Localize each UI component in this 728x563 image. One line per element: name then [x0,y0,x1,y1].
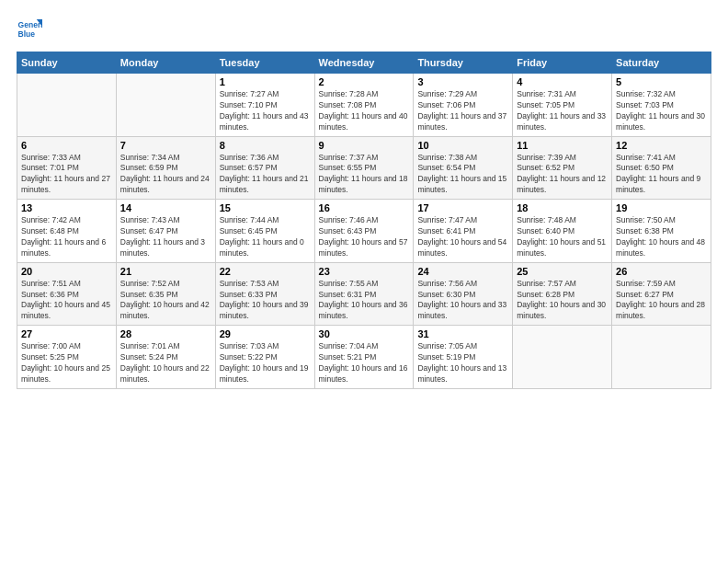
day-info: Sunrise: 7:37 AM Sunset: 6:55 PM Dayligh… [319,153,410,197]
calendar-day-cell: 14Sunrise: 7:43 AM Sunset: 6:47 PM Dayli… [116,200,215,263]
calendar-day-cell [116,74,215,137]
calendar-day-cell: 29Sunrise: 7:03 AM Sunset: 5:22 PM Dayli… [215,326,314,389]
day-number: 7 [120,140,211,151]
calendar-day-cell: 20Sunrise: 7:51 AM Sunset: 6:36 PM Dayli… [17,262,117,326]
calendar-day-cell: 4Sunrise: 7:31 AM Sunset: 7:05 PM Daylig… [513,74,612,137]
weekday-header: Tuesday [215,52,314,74]
calendar-day-cell: 16Sunrise: 7:46 AM Sunset: 6:43 PM Dayli… [314,200,414,263]
day-number: 30 [319,328,410,339]
calendar-day-cell: 21Sunrise: 7:52 AM Sunset: 6:35 PM Dayli… [116,262,215,326]
day-info: Sunrise: 7:47 AM Sunset: 6:41 PM Dayligh… [417,215,508,259]
day-info: Sunrise: 7:38 AM Sunset: 6:54 PM Dayligh… [417,153,508,197]
weekday-header: Sunday [17,52,117,74]
day-info: Sunrise: 7:42 AM Sunset: 6:48 PM Dayligh… [21,215,112,259]
day-number: 16 [319,202,410,213]
weekday-header: Saturday [612,52,711,74]
calendar-week-row: 1Sunrise: 7:27 AM Sunset: 7:10 PM Daylig… [17,74,711,137]
calendar-table: SundayMondayTuesdayWednesdayThursdayFrid… [17,52,711,389]
calendar-week-row: 13Sunrise: 7:42 AM Sunset: 6:48 PM Dayli… [17,200,711,263]
weekday-header: Friday [513,52,612,74]
day-info: Sunrise: 7:59 AM Sunset: 6:27 PM Dayligh… [616,279,707,323]
weekday-header: Wednesday [314,52,414,74]
day-info: Sunrise: 7:48 AM Sunset: 6:40 PM Dayligh… [517,215,608,259]
calendar-day-cell [513,326,612,389]
calendar-day-cell: 12Sunrise: 7:41 AM Sunset: 6:50 PM Dayli… [612,136,711,200]
header: General Blue [17,17,711,42]
weekday-header: Thursday [414,52,513,74]
day-info: Sunrise: 7:51 AM Sunset: 6:36 PM Dayligh… [21,279,112,323]
day-number: 5 [616,76,707,87]
calendar-day-cell: 18Sunrise: 7:48 AM Sunset: 6:40 PM Dayli… [513,200,612,263]
calendar-day-cell: 17Sunrise: 7:47 AM Sunset: 6:41 PM Dayli… [414,200,513,263]
calendar-day-cell: 23Sunrise: 7:55 AM Sunset: 6:31 PM Dayli… [314,262,414,326]
svg-text:General: General [18,20,42,29]
calendar-day-cell: 24Sunrise: 7:56 AM Sunset: 6:30 PM Dayli… [414,262,513,326]
day-number: 9 [319,140,410,151]
day-number: 13 [21,202,112,213]
calendar-day-cell: 13Sunrise: 7:42 AM Sunset: 6:48 PM Dayli… [17,200,117,263]
day-number: 8 [220,140,311,151]
day-number: 29 [220,328,311,339]
day-info: Sunrise: 7:33 AM Sunset: 7:01 PM Dayligh… [21,153,112,197]
day-number: 12 [616,140,707,151]
day-number: 17 [417,202,508,213]
day-info: Sunrise: 7:50 AM Sunset: 6:38 PM Dayligh… [616,215,707,259]
day-number: 26 [616,266,707,277]
calendar-body: 1Sunrise: 7:27 AM Sunset: 7:10 PM Daylig… [17,74,711,389]
weekday-header: Monday [116,52,215,74]
day-info: Sunrise: 7:27 AM Sunset: 7:10 PM Dayligh… [220,89,311,133]
day-number: 21 [120,266,211,277]
weekday-row: SundayMondayTuesdayWednesdayThursdayFrid… [17,52,711,74]
day-info: Sunrise: 7:57 AM Sunset: 6:28 PM Dayligh… [517,279,608,323]
day-number: 28 [120,328,211,339]
calendar-day-cell [17,74,117,137]
logo: General Blue [17,17,42,42]
calendar-day-cell: 15Sunrise: 7:44 AM Sunset: 6:45 PM Dayli… [215,200,314,263]
day-number: 20 [21,266,112,277]
calendar-day-cell: 22Sunrise: 7:53 AM Sunset: 6:33 PM Dayli… [215,262,314,326]
day-number: 6 [21,140,112,151]
calendar-day-cell: 31Sunrise: 7:05 AM Sunset: 5:19 PM Dayli… [414,326,513,389]
calendar-day-cell: 19Sunrise: 7:50 AM Sunset: 6:38 PM Dayli… [612,200,711,263]
day-number: 27 [21,328,112,339]
day-number: 11 [517,140,608,151]
day-number: 4 [517,76,608,87]
calendar-day-cell [612,326,711,389]
calendar-day-cell: 5Sunrise: 7:32 AM Sunset: 7:03 PM Daylig… [612,74,711,137]
day-info: Sunrise: 7:44 AM Sunset: 6:45 PM Dayligh… [220,215,311,259]
day-number: 2 [319,76,410,87]
day-number: 23 [319,266,410,277]
calendar-week-row: 6Sunrise: 7:33 AM Sunset: 7:01 PM Daylig… [17,136,711,200]
day-info: Sunrise: 7:29 AM Sunset: 7:06 PM Dayligh… [417,89,508,133]
svg-text:Blue: Blue [18,29,36,39]
day-info: Sunrise: 7:34 AM Sunset: 6:59 PM Dayligh… [120,153,211,197]
day-info: Sunrise: 7:53 AM Sunset: 6:33 PM Dayligh… [220,279,311,323]
calendar-day-cell: 25Sunrise: 7:57 AM Sunset: 6:28 PM Dayli… [513,262,612,326]
day-number: 10 [417,140,508,151]
day-info: Sunrise: 7:04 AM Sunset: 5:21 PM Dayligh… [319,341,410,385]
day-info: Sunrise: 7:01 AM Sunset: 5:24 PM Dayligh… [120,341,211,385]
day-info: Sunrise: 7:55 AM Sunset: 6:31 PM Dayligh… [319,279,410,323]
day-number: 31 [417,328,508,339]
day-info: Sunrise: 7:46 AM Sunset: 6:43 PM Dayligh… [319,215,410,259]
calendar-day-cell: 28Sunrise: 7:01 AM Sunset: 5:24 PM Dayli… [116,326,215,389]
calendar-day-cell: 11Sunrise: 7:39 AM Sunset: 6:52 PM Dayli… [513,136,612,200]
day-number: 18 [517,202,608,213]
calendar-day-cell: 8Sunrise: 7:36 AM Sunset: 6:57 PM Daylig… [215,136,314,200]
day-number: 24 [417,266,508,277]
day-info: Sunrise: 7:31 AM Sunset: 7:05 PM Dayligh… [517,89,608,133]
day-info: Sunrise: 7:41 AM Sunset: 6:50 PM Dayligh… [616,153,707,197]
calendar-header: SundayMondayTuesdayWednesdayThursdayFrid… [17,52,711,74]
day-number: 14 [120,202,211,213]
day-info: Sunrise: 7:00 AM Sunset: 5:25 PM Dayligh… [21,341,112,385]
day-info: Sunrise: 7:05 AM Sunset: 5:19 PM Dayligh… [417,341,508,385]
calendar-day-cell: 27Sunrise: 7:00 AM Sunset: 5:25 PM Dayli… [17,326,117,389]
day-info: Sunrise: 7:56 AM Sunset: 6:30 PM Dayligh… [417,279,508,323]
calendar-day-cell: 7Sunrise: 7:34 AM Sunset: 6:59 PM Daylig… [116,136,215,200]
calendar-week-row: 20Sunrise: 7:51 AM Sunset: 6:36 PM Dayli… [17,262,711,326]
calendar-day-cell: 26Sunrise: 7:59 AM Sunset: 6:27 PM Dayli… [612,262,711,326]
day-number: 3 [417,76,508,87]
calendar-week-row: 27Sunrise: 7:00 AM Sunset: 5:25 PM Dayli… [17,326,711,389]
day-number: 22 [220,266,311,277]
day-number: 1 [220,76,311,87]
